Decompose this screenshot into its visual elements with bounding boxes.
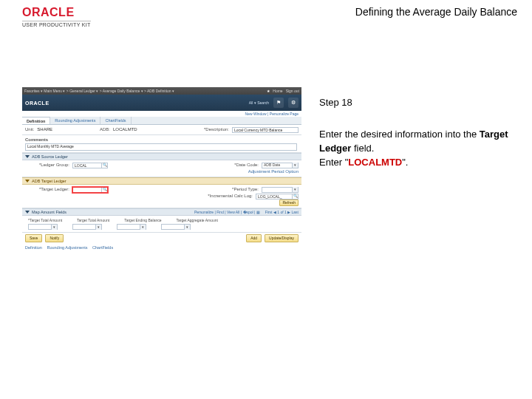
ledger-group-input[interactable]: LOCAL🔍 <box>72 163 108 168</box>
add-button[interactable]: Add <box>246 234 262 242</box>
chevron-down-icon: ▾ <box>292 163 298 168</box>
comments-label: Comments <box>25 137 48 143</box>
desc-label: *Description: <box>204 126 229 133</box>
step-label: Step 18 <box>319 96 519 110</box>
target-ledger-label: *Target Ledger: <box>25 186 69 193</box>
target-ledger-body: *Target Ledger: 🔍 *Period Type: ▾ *Incre… <box>22 185 301 208</box>
tab-rounding[interactable]: Rounding Adjustments <box>50 117 100 124</box>
grid-select-4[interactable]: ▾ <box>161 224 191 230</box>
bottom-link-definition[interactable]: Definition <box>25 245 42 250</box>
grid-select-3[interactable]: ▾ <box>117 224 146 230</box>
grid-select-2[interactable]: ▾ <box>72 224 102 230</box>
unit-label: Unit: <box>25 126 34 133</box>
bottom-link-chartfields[interactable]: ChartFields <box>92 245 113 250</box>
home-link[interactable]: Home <box>273 89 282 93</box>
adb-label: ADB: <box>100 126 110 133</box>
signout-link[interactable]: Sign out <box>286 89 299 93</box>
form-footer: Save Notify Add Update/Display <box>22 233 301 244</box>
page-tabs: Definition Rounding Adjustments ChartFie… <box>22 117 301 125</box>
breadcrumb[interactable]: Favorites ▾ Main Menu ▾ > General Ledger… <box>24 89 174 93</box>
search-icon[interactable]: 🔍 <box>102 187 108 193</box>
breadcrumb-bar: Favorites ▾ Main Menu ▾ > General Ledger… <box>22 87 301 95</box>
search-icon[interactable]: 🔍 <box>293 194 299 200</box>
brand-logo: ORACLE <box>22 6 91 19</box>
col-target-aggregate: Target Aggregate Amount <box>176 218 217 222</box>
period-type-select[interactable]: ▾ <box>262 187 299 193</box>
chevron-down-icon <box>25 155 30 158</box>
tab-definition[interactable]: Definition <box>22 117 50 124</box>
grid-toolbar[interactable]: Personalize | Find | View All | �społ | … <box>194 210 260 214</box>
notify-button[interactable]: Notify <box>45 234 64 242</box>
target-ledger-input[interactable]: 🔍 <box>72 187 108 193</box>
chevron-down-icon <box>25 211 30 214</box>
col-target-total-amt-1: *Target Total Amount <box>28 218 62 222</box>
instruction-text: Enter the desired information into the T… <box>319 128 519 170</box>
bottom-tab-links: Definition Rounding Adjustments ChartFie… <box>22 244 301 251</box>
chevron-down-icon: ▾ <box>292 187 298 192</box>
map-amount-body: *Target Total Amount Target Total Amount… <box>22 216 301 233</box>
comments-input[interactable]: Local Monthly MTD Average <box>25 143 297 151</box>
map-amount-header[interactable]: Map Amount Fields Personalize | Find | V… <box>22 208 301 216</box>
period-type-label: *Period Type: <box>232 186 259 193</box>
grid-nav[interactable]: First ◀ 1 of 1 ▶ Last <box>265 210 299 214</box>
col-target-ending-bal: Target Ending Balance <box>124 218 161 222</box>
source-ledger-header[interactable]: ADB Source Ledger <box>22 153 301 160</box>
desc-input[interactable]: Local Currency MTD Balance <box>232 127 299 133</box>
flag-icon[interactable]: ⚑ <box>273 98 284 108</box>
save-button[interactable]: Save <box>25 234 42 242</box>
app-screenshot: Favorites ▾ Main Menu ▾ > General Ledger… <box>22 87 301 251</box>
grid-select-1[interactable]: ▾ <box>28 224 58 230</box>
page-title: Defining the Average Daily Balance <box>355 6 517 18</box>
date-code-label: *Date Code: <box>234 162 259 168</box>
favorite-icon[interactable]: ★ <box>267 89 270 93</box>
unit-value: SHARE <box>37 126 52 133</box>
adb-value: LOCALMTD <box>113 126 137 133</box>
refresh-button[interactable]: Refresh <box>279 200 299 206</box>
page-links[interactable]: New Window | Personalize Page <box>22 111 301 117</box>
ledger-group-label: *Ledger Group: <box>25 162 69 168</box>
source-ledger-body: *Ledger Group: LOCAL🔍 *Date Code: ADB Da… <box>22 160 301 177</box>
tab-chartfields[interactable]: ChartFields <box>100 117 131 124</box>
grid-row: ▾ ▾ ▾ ▾ <box>25 223 299 231</box>
product-name: USER PRODUCTIVITY KIT <box>22 21 91 27</box>
target-ledger-header[interactable]: ADB Target Ledger <box>22 177 301 185</box>
instruction-panel: Step 18 Enter the desired information in… <box>319 96 519 169</box>
update-display-button[interactable]: Update/Display <box>265 234 299 242</box>
chevron-down-icon <box>25 180 30 183</box>
app-logo: ORACLE <box>25 100 50 106</box>
bottom-link-rounding[interactable]: Rounding Adjustments <box>47 245 87 250</box>
incremental-calc-input[interactable]: LOG_LOCAL_🔍 <box>256 194 299 200</box>
definition-section: Unit: SHARE ADB: LOCALMTD *Description: … <box>22 125 301 135</box>
brand-block: ORACLE USER PRODUCTIVITY KIT <box>22 6 91 27</box>
col-target-total-amt-2: Target Total Amount <box>77 218 109 222</box>
adj-period-link[interactable]: Adjustment Period Option <box>248 168 299 175</box>
gear-icon[interactable]: ⚙ <box>288 98 299 108</box>
incremental-calc-label: *Incremental Calc Log: <box>208 193 253 200</box>
grid-header: *Target Total Amount Target Total Amount… <box>25 217 299 223</box>
app-bar: ORACLE All ▾ Search ⚑ ⚙ <box>22 95 301 111</box>
search-icon[interactable]: 🔍 <box>102 163 108 168</box>
comments-section: Comments Local Monthly MTD Average <box>22 135 301 153</box>
search-scope[interactable]: All ▾ Search <box>249 100 269 105</box>
date-code-select[interactable]: ADB Date▾ <box>262 163 299 168</box>
